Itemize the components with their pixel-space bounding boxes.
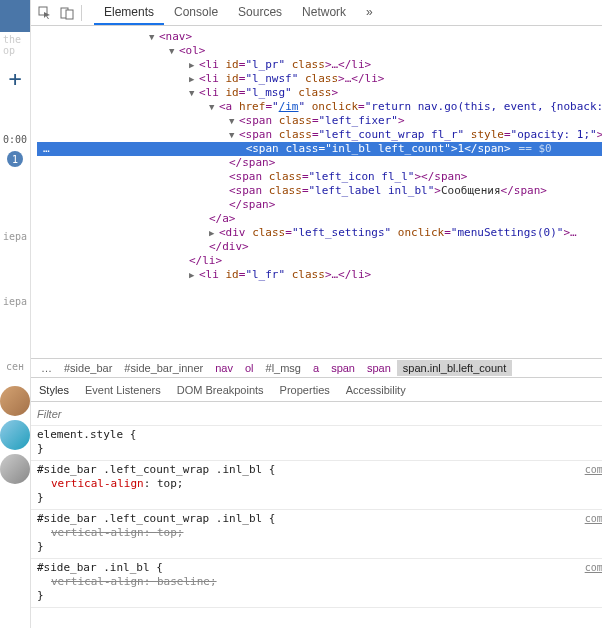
crumb[interactable]: #l_msg — [260, 360, 307, 376]
source-link[interactable]: common.css?48502002267:1… — [585, 561, 602, 575]
devtools-tabs: Elements Console Sources Network » — [94, 1, 383, 25]
css-rule[interactable]: common.css?48502002267:1… #side_bar .lef… — [31, 461, 602, 510]
unread-badge[interactable]: 1 — [7, 151, 23, 167]
expand-arrow-icon[interactable]: ▼ — [229, 128, 239, 142]
expand-arrow-icon[interactable]: ▼ — [169, 44, 179, 58]
compose-button[interactable]: + — [0, 58, 30, 98]
crumb[interactable]: span — [325, 360, 361, 376]
remnant-text: the op — [0, 32, 30, 58]
styles-lower-pane: Styles Event Listeners DOM Breakpoints P… — [31, 378, 602, 628]
tab-sources[interactable]: Sources — [228, 1, 292, 25]
crumb[interactable]: #side_bar_inner — [118, 360, 209, 376]
gray-label-2: iера — [0, 296, 30, 307]
inspect-icon[interactable] — [37, 5, 53, 21]
avatar[interactable] — [0, 420, 30, 450]
subtab-accessibility[interactable]: Accessibility — [338, 380, 414, 400]
expand-arrow-icon[interactable]: ▼ — [229, 114, 239, 128]
source-link[interactable]: common.css?48502002267:1… — [585, 512, 602, 526]
styles-filter-input[interactable] — [35, 406, 602, 422]
css-rule[interactable]: common.css?48502002267:1… #side_bar .lef… — [31, 510, 602, 559]
css-rules-list[interactable]: element.style { } common.css?48502002267… — [31, 426, 602, 628]
tab-more[interactable]: » — [356, 1, 383, 25]
tab-elements[interactable]: Elements — [94, 1, 164, 25]
time-label: 0:00 — [0, 134, 30, 145]
css-rule[interactable]: common.css?48502002267:1… #side_bar .inl… — [31, 559, 602, 608]
expand-arrow-icon[interactable]: ▶ — [189, 72, 199, 86]
dom-tree[interactable]: ▼<nav> ▼<ol> ▶<li id="l_pr" class>…</li>… — [31, 26, 602, 358]
subtab-properties[interactable]: Properties — [272, 380, 338, 400]
avatar[interactable] — [0, 386, 30, 416]
vk-header-strip — [0, 0, 30, 32]
gray-label-3: сен — [0, 361, 30, 372]
tab-network[interactable]: Network — [292, 1, 356, 25]
styles-subtabs: Styles Event Listeners DOM Breakpoints P… — [31, 378, 602, 402]
crumb-more[interactable]: … — [35, 360, 58, 376]
expand-arrow-icon[interactable]: ▶ — [189, 58, 199, 72]
tab-console[interactable]: Console — [164, 1, 228, 25]
breadcrumb[interactable]: … #side_bar #side_bar_inner nav ol #l_ms… — [31, 358, 602, 378]
expand-arrow-icon[interactable]: ▼ — [189, 86, 199, 100]
href-link[interactable]: /im — [279, 100, 299, 113]
crumb[interactable]: a — [307, 360, 325, 376]
subtab-styles[interactable]: Styles — [31, 380, 77, 400]
css-rule[interactable]: element.style { } — [31, 426, 602, 461]
app-left-column: the op + 0:00 1 іера iера сен — [0, 0, 31, 628]
subtab-dom-breakpoints[interactable]: DOM Breakpoints — [169, 380, 272, 400]
expand-arrow-icon[interactable]: ▼ — [209, 100, 219, 114]
devtools-panel: Elements Console Sources Network » 112 1… — [31, 0, 602, 628]
device-toggle-icon[interactable] — [59, 5, 75, 21]
expand-arrow-icon[interactable]: ▶ — [209, 226, 219, 240]
expand-arrow-icon[interactable]: ▼ — [149, 30, 159, 44]
gray-label-1: іера — [0, 231, 30, 242]
avatar[interactable] — [0, 454, 30, 484]
crumb[interactable]: #side_bar — [58, 360, 118, 376]
crumb[interactable]: ol — [239, 360, 260, 376]
styles-filter-bar: :hov .cls + — [31, 402, 602, 426]
source-link[interactable]: common.css?48502002267:1… — [585, 463, 602, 477]
svg-rect-2 — [66, 10, 73, 19]
styles-pane: Styles Event Listeners DOM Breakpoints P… — [31, 378, 602, 628]
subtab-event-listeners[interactable]: Event Listeners — [77, 380, 169, 400]
crumb-selected[interactable]: span.inl_bl.left_count — [397, 360, 512, 376]
devtools-toolbar: Elements Console Sources Network » 112 1… — [31, 0, 602, 26]
selected-dom-node[interactable]: …<span class="inl_bl left_count">1</span… — [37, 142, 602, 156]
crumb[interactable]: span — [361, 360, 397, 376]
crumb[interactable]: nav — [209, 360, 239, 376]
expand-arrow-icon[interactable]: ▶ — [189, 268, 199, 282]
